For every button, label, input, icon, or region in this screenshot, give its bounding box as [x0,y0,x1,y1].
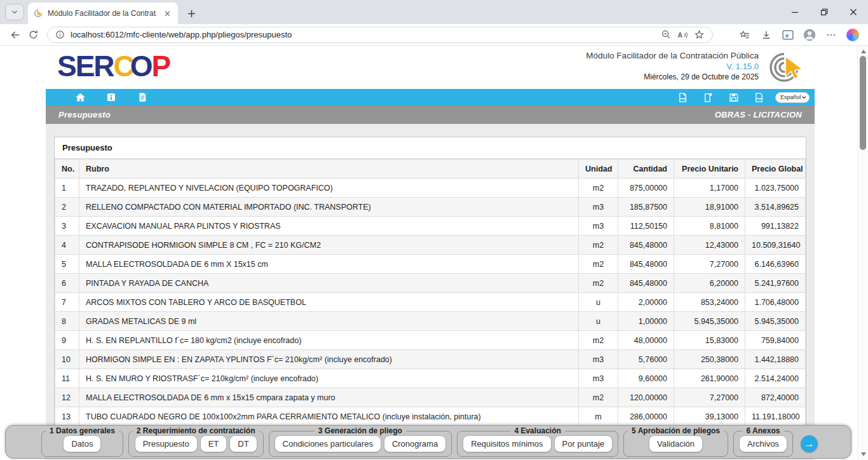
section-legend: 3 Generación de pliego [315,426,406,435]
language-select[interactable]: Español [775,92,810,103]
brand-text: SER [57,50,114,83]
tab-close-icon[interactable] [161,8,173,19]
breadcrumb-bar: Presupuesto OBRAS - LICITACION [46,105,815,124]
nav-button-requisitos-minimos[interactable]: Requisitos mínimos [463,435,551,452]
nav-button-et[interactable]: ET [200,435,227,452]
cell-unidad: u [579,293,618,312]
copilot-icon [846,29,859,41]
next-arrow-button[interactable]: → [801,435,818,452]
table-row: 4CONTRAPISODE HORMIGON SIMPLE 8 CM , FC … [55,236,806,255]
back-button[interactable] [6,26,24,44]
cell-rubro: TRAZADO, REPLANTEO Y NIVELACION (EQUIPO … [79,179,579,198]
restore-button[interactable] [810,0,839,24]
cell-rubro: GRADAS METALICAS DE 9 ml [79,312,579,331]
bottom-nav-sections: 1 Datos generalesDatos2 Requerimiento de… [39,426,796,457]
app-header-info: Módulo Facilitador de la Contratación Pú… [586,50,759,83]
refresh-button[interactable] [24,26,42,44]
cell-precio_global: 872,40000 [745,388,806,407]
nav-button-condiciones-particulares[interactable]: Condiciones particulares [275,435,381,452]
web-page: SERCOP Módulo Facilitador de la Contrata… [0,46,868,460]
cell-rubro: H. S. EN REPLANTILLO f´c= 180 kg/cm2 (in… [79,331,579,350]
scroll-down-button[interactable] [858,450,868,459]
app-date: Miércoles, 29 de Octubre de 2025 [586,72,759,83]
nav-button-datos[interactable]: Datos [63,435,101,452]
cell-cantidad: 286,00000 [618,407,674,426]
cell-cantidad: 120,00000 [618,388,674,407]
cell-rubro: PINTADA Y RAYADA DE CANCHA [79,274,579,293]
new-document-button[interactable] [700,90,715,105]
process-context: OBRAS - LICITACION [715,110,802,119]
sercop-logo: SERCOP [57,51,170,81]
profile-button[interactable] [801,26,818,44]
new-document-icon [702,91,714,104]
nav-button-dt[interactable]: DT [229,435,257,452]
column-header: Precio Unitario [674,159,745,179]
info-button[interactable] [104,90,119,105]
mfc-favicon-icon [33,8,43,18]
nav-button-cronograma[interactable]: Cronograma [384,435,446,452]
close-window-button[interactable] [839,0,868,24]
url-text[interactable]: localhost:6012/mfc-cliente/web/app.php/p… [71,30,658,39]
close-icon [850,8,857,16]
read-aloud-button[interactable]: A [674,27,691,43]
language-value: Español [780,94,801,100]
window-controls [780,0,868,24]
table-row: 11H. S. EN MURO Y RIOSTRASF´c= 210kg/cm²… [55,369,806,388]
tab-search-button[interactable] [5,4,24,20]
more-options-button[interactable] [822,26,840,44]
read-aloud-icon: A [677,29,688,41]
zoom-out-button[interactable] [658,27,674,43]
cell-precio_global: 6.146,63960 [745,255,806,274]
app-header: SERCOP Módulo Facilitador de la Contrata… [0,46,868,89]
browser-tab[interactable]: Módulo Facilitador de la Contrata [28,3,178,24]
cell-cantidad: 875,00000 [618,179,674,198]
address-bar[interactable]: localhost:6012/mfc-cliente/web/app.php/p… [47,27,713,43]
export-pdf-button[interactable]: PDF [675,90,690,105]
new-tab-button[interactable] [186,8,197,19]
cell-precio_unitario: 6,20000 [674,274,745,293]
column-header: Unidad [579,159,618,179]
panel-title: Presupuesto [55,137,806,159]
ie-mode-button[interactable]: e [779,26,797,44]
downloads-button[interactable] [757,26,775,44]
tab-strip: Módulo Facilitador de la Contrata [0,0,868,24]
cell-precio_unitario: 1,17000 [674,179,745,198]
pliego-document-button[interactable] [135,90,150,105]
cell-no: 10 [55,350,79,369]
restore-icon [820,8,828,16]
pdf-document-button[interactable]: PDF [751,90,766,105]
svg-text:PDF: PDF [680,97,686,100]
site-info-icon[interactable] [55,30,65,39]
nav-button-por-puntaje[interactable]: Por puntaje [554,435,613,452]
refresh-icon [28,29,39,40]
scroll-up-button[interactable] [858,47,868,56]
copilot-button[interactable] [844,26,862,44]
cell-no: 9 [55,331,79,350]
browser-window: Módulo Facilitador de la Contrata [0,0,868,460]
nav-button-archivos[interactable]: Archivos [739,435,787,452]
cell-rubro: TUBO CUADRADO NEGRO DE 100x100x2mm PARA … [79,407,579,426]
scrollbar-thumb[interactable] [860,56,866,150]
cell-precio_global: 11.191,18000 [745,407,806,426]
favorite-star-button[interactable] [691,27,707,43]
tab-title: Módulo Facilitador de la Contrata [48,9,156,18]
minimize-button[interactable] [780,0,810,24]
nav-button-validacion[interactable]: Validación [649,435,703,452]
nav-button-presupuesto[interactable]: Presupuesto [135,435,198,452]
section-legend: 6 Anexos [742,426,783,435]
profile-avatar [803,28,817,42]
cell-rubro: H. S. EN MURO Y RIOSTRASF´c= 210kg/cm² (… [79,369,579,388]
cell-cantidad: 845,48000 [618,274,674,293]
cell-rubro: EXCAVACION MANUAL PARA PLINTOS Y RIOSTRA… [79,217,579,236]
cell-no: 12 [55,388,79,407]
favorites-list-button[interactable] [736,26,754,44]
home-button[interactable] [72,90,88,105]
vertical-scrollbar[interactable] [857,46,868,460]
info-icon [105,91,117,103]
pdf-icon: PDF [677,91,689,104]
bottom-nav-section: 2 Requerimiento de contrataciónPresupues… [128,426,264,457]
save-button[interactable] [726,90,741,105]
app-version[interactable]: V. 1.15.0 [586,61,759,72]
zoom-out-icon [661,29,672,40]
section-legend: 5 Aprobación de pliegos [628,426,724,435]
